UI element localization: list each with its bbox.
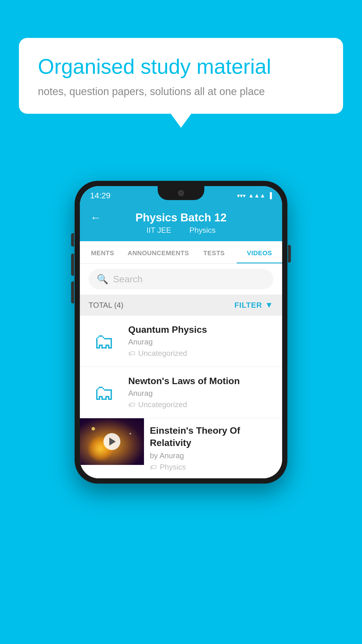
speech-bubble: Organised study material notes, question… [19,38,343,114]
search-box[interactable]: 🔍 Search [89,269,273,289]
notch [158,186,204,200]
tab-announcements[interactable]: ANNOUNCEMENTS [125,241,191,263]
video-author: Anurag [128,389,274,398]
phone-mockup: 14:29 ▾▾▾ ▲▲▲ ▐ ← Physics Batch 12 IIT J… [75,181,287,484]
header-row: ← Physics Batch 12 [90,211,272,224]
video-tag: Uncategorized [138,400,187,409]
bubble-title: Organised study material [38,54,324,79]
phone-screen: 14:29 ▾▾▾ ▲▲▲ ▐ ← Physics Batch 12 IIT J… [80,186,282,478]
folder-icon: 🗂 [94,382,115,403]
app-header: ← Physics Batch 12 IIT JEE Physics [80,205,282,241]
video-author: Anurag [128,337,274,346]
video-item-icon: 🗂 [88,325,120,357]
filter-bar: TOTAL (4) FILTER ▼ [80,295,282,316]
header-tags: IIT JEE Physics [147,226,216,235]
video-tag-row: 🏷 Uncategorized [128,400,274,409]
video-info: Einstein's Theory Of Relativity by Anura… [144,418,282,478]
status-bar: 14:29 ▾▾▾ ▲▲▲ ▐ [80,186,282,205]
video-title: Newton's Laws of Motion [128,376,274,386]
play-button[interactable] [103,433,120,450]
header-tag-sep [178,226,182,235]
tab-ments[interactable]: MENTS [80,241,125,263]
tag-icon: 🏷 [128,401,135,409]
video-author: by Anurag [150,451,276,460]
search-placeholder: Search [113,274,143,285]
header-title: Physics Batch 12 [136,211,227,224]
phone-outer: 14:29 ▾▾▾ ▲▲▲ ▐ ← Physics Batch 12 IIT J… [75,181,287,484]
search-area: 🔍 Search [80,264,282,295]
video-info: Quantum Physics Anurag 🏷 Uncategorized [128,324,274,358]
status-time: 14:29 [90,191,110,200]
volume-up-button [71,254,74,276]
volume-down-button [71,281,74,303]
header-tag-physics: Physics [189,226,216,235]
video-tag: Physics [160,463,186,472]
list-item[interactable]: 🗂 Quantum Physics Anurag 🏷 Uncategorized [80,316,282,367]
video-info: Newton's Laws of Motion Anurag 🏷 Uncateg… [128,376,274,409]
tab-videos[interactable]: VIDEOS [237,241,282,263]
video-tag-row: 🏷 Uncategorized [128,349,274,358]
filter-icon: ▼ [265,300,273,310]
video-title: Einstein's Theory Of Relativity [150,425,276,449]
signal-icon: ▲▲▲ [248,192,265,199]
video-item-icon: 🗂 [88,377,120,409]
speech-bubble-area: Organised study material notes, question… [19,38,343,114]
camera [178,190,184,196]
tag-icon: 🏷 [128,349,135,358]
folder-icon: 🗂 [94,331,115,352]
total-count: TOTAL (4) [89,301,123,310]
video-tag-row: 🏷 Physics [150,463,276,472]
tag-icon: 🏷 [150,463,157,471]
filter-label: FILTER [234,301,262,310]
video-thumbnail [80,418,144,465]
video-list: 🗂 Quantum Physics Anurag 🏷 Uncategorized [80,316,282,478]
search-icon: 🔍 [97,274,108,285]
filter-button[interactable]: FILTER ▼ [234,300,273,310]
battery-icon: ▐ [268,192,272,199]
tabs-bar: MENTS ANNOUNCEMENTS TESTS VIDEOS [80,241,282,264]
status-icons: ▾▾▾ ▲▲▲ ▐ [237,192,272,199]
list-item[interactable]: Einstein's Theory Of Relativity by Anura… [80,418,282,478]
bubble-subtitle: notes, question papers, solutions all at… [38,85,324,98]
back-button[interactable]: ← [90,211,101,224]
header-tag-iitjee: IIT JEE [147,226,171,235]
list-item[interactable]: 🗂 Newton's Laws of Motion Anurag 🏷 Uncat… [80,367,282,418]
video-tag: Uncategorized [138,349,187,358]
power-button [288,245,291,262]
play-icon [109,438,116,446]
wifi-icon: ▾▾▾ [237,192,246,199]
tab-tests[interactable]: TESTS [191,241,237,263]
video-title: Quantum Physics [128,324,274,335]
mute-button [71,233,74,246]
